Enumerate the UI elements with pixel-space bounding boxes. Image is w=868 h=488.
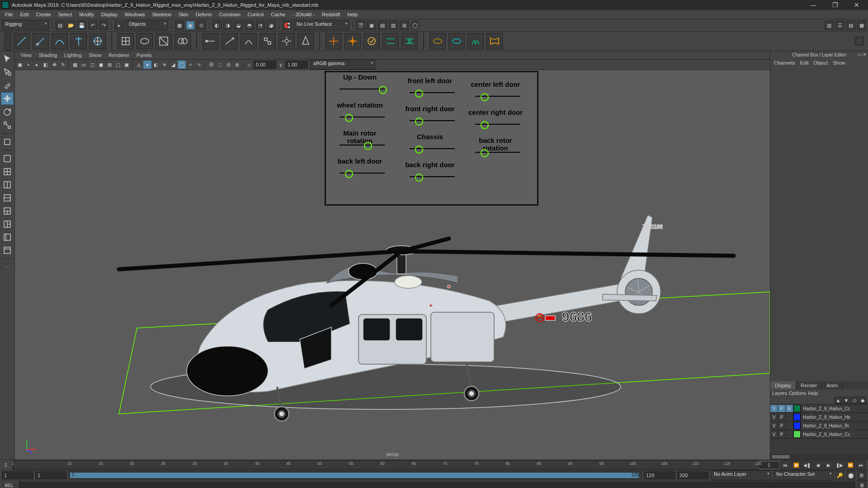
menu-select[interactable]: Select <box>55 11 75 18</box>
muscle-a-icon[interactable] <box>429 33 446 49</box>
layer-p-toggle[interactable]: P <box>778 405 786 412</box>
constraint-orient-icon[interactable] <box>241 33 257 49</box>
layer-r-toggle[interactable] <box>786 431 793 438</box>
layer-v-toggle[interactable]: V <box>770 413 778 421</box>
vp-grease-icon[interactable]: ✎ <box>59 61 67 69</box>
rotate-tool-icon[interactable] <box>1 106 13 118</box>
rig-handle[interactable] <box>345 114 353 122</box>
layer-p-toggle[interactable]: P <box>778 413 786 421</box>
layer-menu-options[interactable]: Options <box>789 390 806 396</box>
panel-layout-a-icon[interactable]: ▥ <box>825 21 834 30</box>
rig-handle[interactable] <box>481 121 489 129</box>
vp-colorspace[interactable]: sRGB gamma <box>310 60 375 70</box>
vp-cam-select-icon[interactable]: ▣ <box>16 61 24 69</box>
save-scene-icon[interactable]: 💾 <box>77 21 86 30</box>
ipr-render-icon[interactable]: ▣ <box>367 21 376 30</box>
layer-tab-anim[interactable]: Anim <box>822 381 843 389</box>
vp-menu-renderer[interactable]: Renderer <box>105 52 132 58</box>
play-fwd-icon[interactable]: ▶ <box>824 460 834 469</box>
vp-safe-action-icon[interactable]: ▢ <box>114 61 122 69</box>
vp-aa-icon[interactable]: ∿ <box>195 61 203 69</box>
command-input[interactable] <box>19 482 855 488</box>
selection-filter[interactable]: Objects <box>126 20 168 30</box>
menu-constrain[interactable]: Constrain <box>216 11 244 18</box>
range-start-field[interactable] <box>2 471 33 479</box>
three-pane-b-icon[interactable] <box>1 218 13 230</box>
render-seq-icon[interactable]: ▤ <box>378 21 387 30</box>
ik-spline-icon[interactable] <box>52 33 68 49</box>
rig-handle[interactable] <box>415 174 423 182</box>
single-pane-icon[interactable] <box>1 153 13 164</box>
vp-shaded-icon[interactable]: ● <box>143 61 151 69</box>
layer-color-swatch[interactable] <box>793 431 801 438</box>
menu-windows[interactable]: Windows <box>122 11 148 18</box>
rig-slider[interactable]: back right door <box>401 161 459 190</box>
layer-p-toggle[interactable]: P <box>778 431 786 438</box>
close-button[interactable]: ✕ <box>850 1 863 9</box>
redo-icon[interactable]: ↷ <box>99 21 108 30</box>
vp-film-gate-icon[interactable]: ▭ <box>80 61 88 69</box>
go-start-icon[interactable]: ⏮ <box>780 460 790 469</box>
vp-gate-mask-icon[interactable]: ◼ <box>97 61 105 69</box>
rig-slider[interactable]: center left door <box>466 80 525 109</box>
snap-curve-icon[interactable]: ◉ <box>186 21 195 30</box>
menu-control[interactable]: Control <box>245 11 267 18</box>
maximize-button[interactable]: ❐ <box>828 1 842 9</box>
restore-panel-icon[interactable]: ▭ <box>858 52 862 57</box>
layer-move-down-icon[interactable]: ▼ <box>843 397 850 404</box>
set-driven-key-icon[interactable] <box>363 33 380 49</box>
rig-slider[interactable]: back rotor rotation <box>466 136 525 165</box>
create-control-icon[interactable] <box>344 33 361 49</box>
constraint-point-icon[interactable] <box>203 33 219 49</box>
history-on-icon[interactable]: ◐ <box>212 21 222 30</box>
menu-deform[interactable]: Deform <box>193 11 215 18</box>
blend-shape-icon[interactable] <box>175 33 191 49</box>
layer-menu-layers[interactable]: Layers <box>772 390 787 396</box>
vp-menu-view[interactable]: View <box>18 52 35 58</box>
prefs-icon[interactable]: ⚙ <box>857 471 866 480</box>
cb-tab-edit[interactable]: Edit <box>798 60 810 66</box>
move-tool-icon[interactable] <box>1 92 14 105</box>
go-end-icon[interactable]: ⏭ <box>856 460 866 469</box>
rig-slider[interactable]: front right door <box>401 105 459 134</box>
cb-tab-show[interactable]: Show <box>831 60 847 66</box>
vp-grid-icon[interactable]: ▦ <box>71 61 79 69</box>
menu-file[interactable]: File <box>2 11 16 18</box>
menu-modify[interactable]: Modify <box>76 11 97 18</box>
layer-r-toggle[interactable] <box>786 413 793 421</box>
persp-layout-icon[interactable] <box>1 244 13 256</box>
menu-display[interactable]: Display <box>98 11 121 18</box>
rig-slider[interactable]: Chassis <box>401 133 459 162</box>
menu--3dtoall-[interactable]: - 3DtoAll - <box>289 11 318 18</box>
snap-point-icon[interactable]: ⊙ <box>197 21 206 30</box>
command-language[interactable]: MEL <box>2 483 17 488</box>
toolbox-more-icon[interactable]: ⋯ <box>1 261 13 273</box>
hypershade-icon[interactable]: ◯ <box>410 21 420 30</box>
menu-skin[interactable]: Skin <box>175 11 191 18</box>
vp-textured-icon[interactable]: ◐ <box>152 61 160 69</box>
history-c-icon[interactable]: ◓ <box>245 21 254 30</box>
vp-shadows-icon[interactable]: ◢ <box>169 61 177 69</box>
close-panel-icon[interactable]: ✕ <box>863 52 866 57</box>
rig-handle[interactable] <box>345 170 353 178</box>
vp-motion-blur-icon[interactable]: ≈ <box>186 61 194 69</box>
range-end-field[interactable] <box>644 471 675 479</box>
vp-cam-lock-icon[interactable]: ▪ <box>24 61 33 69</box>
step-back-key-icon[interactable]: ⏪ <box>791 460 801 469</box>
lattice-icon[interactable] <box>118 33 134 49</box>
vp-xray-comp-icon[interactable]: ⊗ <box>233 61 241 69</box>
vp-menu-lighting[interactable]: Lighting <box>61 52 85 58</box>
joint-tool-icon[interactable] <box>14 33 30 49</box>
vp-isolate-icon[interactable]: ⦿ <box>207 61 215 69</box>
vp-2d-pan-icon[interactable]: ✥ <box>50 61 58 69</box>
layer-tab-display[interactable]: Display <box>770 381 796 389</box>
range-outer-end-field[interactable] <box>677 471 709 479</box>
select-mode-icon[interactable]: ▸ <box>115 21 124 30</box>
menu-help[interactable]: Help <box>344 11 361 18</box>
vp-wireframe-icon[interactable]: ◬ <box>135 61 143 69</box>
layer-new-empty-icon[interactable]: ◇ <box>851 397 858 404</box>
vp-field-chart-icon[interactable]: ⊞ <box>105 61 113 69</box>
vp-xray-joint-icon[interactable]: ⊘ <box>224 61 232 69</box>
step-back-icon[interactable]: ◀❚ <box>802 460 812 469</box>
paint-weights-icon[interactable] <box>90 33 106 49</box>
